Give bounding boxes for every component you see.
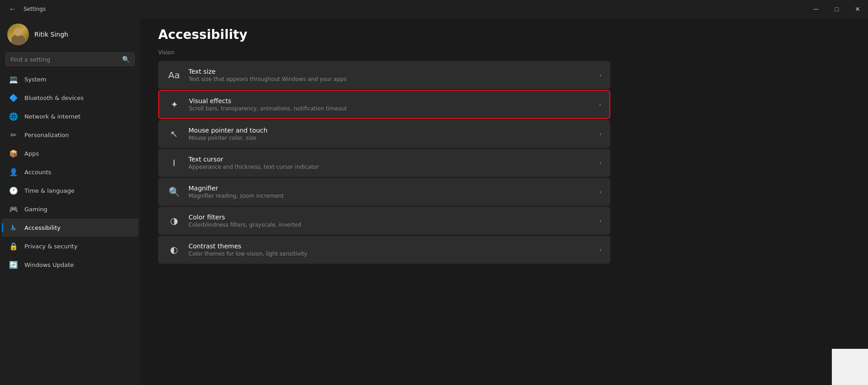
- search-input[interactable]: [10, 56, 118, 63]
- text-cursor-icon: I: [167, 156, 181, 170]
- settings-item-color-filters[interactable]: ◑Color filtersColorblindness filters, gr…: [158, 207, 610, 235]
- nav-items-container: 💻System🔷Bluetooth & devices🌐Network & in…: [0, 70, 140, 274]
- sidebar-item-windows-update[interactable]: 🔄Windows Update: [2, 256, 138, 274]
- sidebar-item-time[interactable]: 🕐Time & language: [2, 181, 138, 200]
- contrast-themes-text: Contrast themesColor themes for low visi…: [189, 242, 592, 257]
- magnifier-chevron-icon: ›: [599, 188, 602, 195]
- privacy-label: Privacy & security: [24, 243, 77, 250]
- sidebar-item-accessibility[interactable]: ♿Accessibility: [2, 219, 138, 237]
- color-filters-description: Colorblindness filters, grayscale, inver…: [189, 222, 592, 228]
- personalization-label: Personalization: [24, 132, 69, 138]
- magnifier-text: MagnifierMagnifier reading, zoom increme…: [189, 185, 592, 199]
- corner-widget: [832, 349, 868, 385]
- text-size-title: Text size: [189, 68, 592, 75]
- text-size-description: Text size that appears throughout Window…: [189, 76, 592, 82]
- magnifier-title: Magnifier: [189, 185, 592, 192]
- minimize-button[interactable]: ─: [806, 0, 826, 18]
- title-bar-controls: ─ □ ✕: [806, 0, 868, 18]
- contrast-themes-title: Contrast themes: [189, 242, 592, 250]
- network-label: Network & internet: [24, 113, 80, 120]
- system-icon: 💻: [9, 75, 18, 84]
- mouse-pointer-description: Mouse pointer color, size: [189, 135, 592, 141]
- avatar-image: [7, 24, 29, 45]
- settings-item-visual-effects[interactable]: ✦Visual effectsScroll bars, transparency…: [158, 90, 610, 119]
- accessibility-icon: ♿: [9, 223, 18, 232]
- app-body: Ritik Singh 🔍 💻System🔷Bluetooth & device…: [0, 18, 868, 385]
- accounts-icon: 👤: [9, 167, 18, 176]
- main-content: Accessibility Vision AaText sizeText siz…: [140, 18, 868, 385]
- apps-label: Apps: [24, 150, 39, 157]
- accessibility-label: Accessibility: [24, 224, 61, 231]
- text-size-chevron-icon: ›: [599, 71, 602, 79]
- gaming-label: Gaming: [24, 206, 47, 213]
- personalization-icon: ✏️: [9, 130, 18, 139]
- text-cursor-title: Text cursor: [189, 156, 592, 163]
- text-cursor-description: Appearance and thickness, text cursor in…: [189, 164, 592, 170]
- contrast-themes-chevron-icon: ›: [599, 246, 602, 253]
- mouse-pointer-text: Mouse pointer and touchMouse pointer col…: [189, 127, 592, 141]
- section-label: Vision: [158, 49, 850, 56]
- sidebar-item-privacy[interactable]: 🔒Privacy & security: [2, 237, 138, 255]
- system-label: System: [24, 76, 46, 83]
- magnifier-description: Magnifier reading, zoom increment: [189, 193, 592, 199]
- page-title: Accessibility: [158, 27, 850, 42]
- settings-item-magnifier[interactable]: 🔍MagnifierMagnifier reading, zoom increm…: [158, 178, 610, 206]
- visual-effects-title: Visual effects: [189, 97, 591, 105]
- text-cursor-text: Text cursorAppearance and thickness, tex…: [189, 156, 592, 170]
- time-icon: 🕐: [9, 186, 18, 195]
- visual-effects-text: Visual effectsScroll bars, transparency,…: [189, 97, 591, 112]
- accounts-label: Accounts: [24, 169, 51, 176]
- mouse-pointer-chevron-icon: ›: [599, 130, 602, 138]
- user-profile[interactable]: Ritik Singh: [0, 18, 140, 52]
- sidebar-item-accounts[interactable]: 👤Accounts: [2, 163, 138, 181]
- contrast-themes-description: Color themes for low vision, light sensi…: [189, 251, 592, 257]
- visual-effects-icon: ✦: [167, 97, 182, 112]
- settings-item-text-size[interactable]: AaText sizeText size that appears throug…: [158, 61, 610, 89]
- settings-list: AaText sizeText size that appears throug…: [158, 61, 610, 264]
- sidebar: Ritik Singh 🔍 💻System🔷Bluetooth & device…: [0, 18, 140, 385]
- text-size-text: Text sizeText size that appears througho…: [189, 68, 592, 82]
- title-bar-title: Settings: [24, 6, 46, 12]
- gaming-icon: 🎮: [9, 204, 18, 214]
- maximize-button[interactable]: □: [826, 0, 847, 18]
- sidebar-item-bluetooth[interactable]: 🔷Bluetooth & devices: [2, 89, 138, 107]
- sidebar-item-apps[interactable]: 📦Apps: [2, 144, 138, 162]
- close-button[interactable]: ✕: [847, 0, 868, 18]
- sidebar-item-network[interactable]: 🌐Network & internet: [2, 107, 138, 125]
- mouse-pointer-icon: ↖: [167, 127, 181, 141]
- sidebar-item-system[interactable]: 💻System: [2, 70, 138, 88]
- time-label: Time & language: [24, 187, 75, 194]
- network-icon: 🌐: [9, 112, 18, 121]
- magnifier-icon: 🔍: [167, 185, 181, 199]
- bluetooth-label: Bluetooth & devices: [24, 95, 84, 101]
- settings-item-contrast-themes[interactable]: ◐Contrast themesColor themes for low vis…: [158, 236, 610, 264]
- apps-icon: 📦: [9, 149, 18, 158]
- avatar: [7, 24, 29, 45]
- search-box[interactable]: 🔍: [5, 52, 135, 66]
- windows-update-icon: 🔄: [9, 260, 18, 269]
- back-button[interactable]: ←: [5, 2, 20, 16]
- bluetooth-icon: 🔷: [9, 93, 18, 102]
- search-container: 🔍: [0, 52, 140, 70]
- color-filters-chevron-icon: ›: [599, 217, 602, 224]
- visual-effects-description: Scroll bars, transparency, animations, n…: [189, 105, 591, 112]
- color-filters-title: Color filters: [189, 214, 592, 221]
- text-size-icon: Aa: [167, 68, 181, 82]
- sidebar-item-gaming[interactable]: 🎮Gaming: [2, 200, 138, 218]
- mouse-pointer-title: Mouse pointer and touch: [189, 127, 592, 134]
- settings-item-text-cursor[interactable]: IText cursorAppearance and thickness, te…: [158, 149, 610, 177]
- privacy-icon: 🔒: [9, 242, 18, 251]
- windows-update-label: Windows Update: [24, 261, 74, 268]
- user-name: Ritik Singh: [34, 31, 68, 38]
- settings-item-mouse-pointer[interactable]: ↖Mouse pointer and touchMouse pointer co…: [158, 120, 610, 148]
- title-bar-left: ← Settings: [5, 2, 46, 16]
- color-filters-icon: ◑: [167, 214, 181, 228]
- color-filters-text: Color filtersColorblindness filters, gra…: [189, 214, 592, 228]
- contrast-themes-icon: ◐: [167, 242, 181, 257]
- title-bar: ← Settings ─ □ ✕: [0, 0, 868, 18]
- search-icon: 🔍: [122, 56, 130, 63]
- text-cursor-chevron-icon: ›: [599, 159, 602, 166]
- sidebar-item-personalization[interactable]: ✏️Personalization: [2, 126, 138, 144]
- visual-effects-chevron-icon: ›: [599, 101, 601, 108]
